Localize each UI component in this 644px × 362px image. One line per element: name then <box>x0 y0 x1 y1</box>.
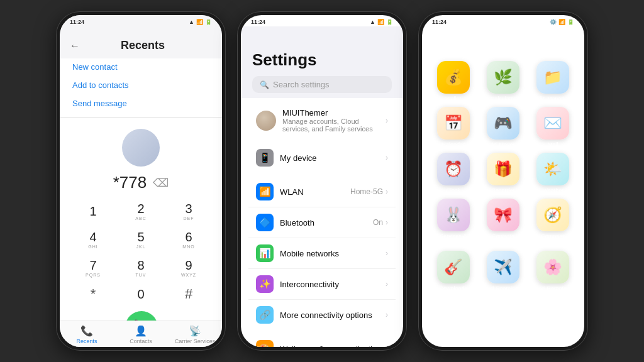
status-bar-2: 11:24 ▲ 📶 🔋 <box>241 15 403 26</box>
app-label-6: Clock <box>446 187 460 194</box>
dialer-key-1[interactable]: 1 <box>70 197 116 224</box>
phone-system-apps: 11:24 ⚙️ 📶 🔋 System apps 💰Wallet🌿Calcula… <box>418 11 588 351</box>
contact-avatar-area <box>60 123 222 170</box>
app-item-compass[interactable]: 🧭Compass <box>531 199 575 246</box>
app-icon-5: ✉️ <box>536 107 569 140</box>
mc-chevron: › <box>386 310 388 319</box>
app-item-contacts[interactable]: 🎀Contacts <box>480 199 525 246</box>
wallpaper-row[interactable]: 🎨 Wallpaper & personalization › <box>248 334 396 347</box>
dialer-key-4[interactable]: 4GHI <box>70 226 116 253</box>
app-icon-1: 🌿 <box>487 61 519 94</box>
profile-avatar <box>256 111 276 131</box>
app-label-11: Compass <box>541 233 565 239</box>
back-button[interactable]: ← <box>70 40 80 52</box>
app-item-services-&-feedback[interactable]: 🐰Services & feedback <box>431 199 475 246</box>
app-icon-12: 🎸 <box>437 251 470 283</box>
more-connectivity-icon: 🔗 <box>256 306 274 324</box>
add-to-contacts-action[interactable]: Add to contacts <box>72 77 209 94</box>
app-icon-4: 🎮 <box>487 107 519 140</box>
interconnectivity-icon: ✨ <box>256 275 274 293</box>
profile-text: MIUIThemer Manage accounts, Cloud servic… <box>282 108 386 133</box>
app-item-calculator[interactable]: 🌿Calculator <box>480 61 525 102</box>
dialer-key-3[interactable]: 3DEF <box>165 197 212 224</box>
status-icons-1: ▲ 📶 🔋 <box>189 19 212 25</box>
more-connectivity-row[interactable]: 🔗 More connectivity options › <box>248 300 396 330</box>
app-icon-8: 🌤️ <box>536 153 569 185</box>
app-item-file-manager[interactable]: 📁File Manager <box>531 61 575 102</box>
dialer-key-hash[interactable]: # <box>165 282 212 306</box>
app-icon-11: 🧭 <box>536 199 569 231</box>
app-item-calendar[interactable]: 📅Calendar <box>431 107 475 148</box>
bottom-navbar: 📞 Recents 👤 Contacts 📡 Carrier Services <box>60 321 222 347</box>
app-item-mi-roaming[interactable]: ✈️Mi Roaming <box>480 251 525 292</box>
app-item-downloads[interactable]: 🎸Downloads <box>431 251 475 292</box>
recents-title: Recents <box>121 39 177 52</box>
app-icon-0: 💰 <box>437 61 470 94</box>
chevron-icon: › <box>386 153 388 162</box>
profile-sub: Manage accounts, Cloud services, and Fam… <box>282 118 386 133</box>
navbar-recents[interactable]: 📞 Recents <box>60 321 114 347</box>
app-label-1: Calculator <box>491 96 516 102</box>
app-label-14: Mi Remote <box>540 285 567 292</box>
app-label-8: Weather <box>542 187 564 194</box>
my-device-row[interactable]: 📱 My device › <box>248 143 396 173</box>
connectivity-section: 📶 WLAN Home-5G › 🔷 Bluetooth On <box>248 177 396 330</box>
navbar-carrier[interactable]: 📡 Carrier Services <box>168 321 222 347</box>
status-icons-3: ⚙️ 📶 🔋 <box>550 19 574 25</box>
app-icon-6: ⏰ <box>437 153 470 185</box>
dialer-key-7[interactable]: 7PQRS <box>70 254 116 281</box>
send-message-action[interactable]: Send message <box>72 95 209 112</box>
phone-recents: 11:24 ▲ 📶 🔋 ← Recents New contact Add to… <box>56 11 226 351</box>
app-label-13: Mi Roaming <box>488 285 518 292</box>
profile-name: MIUIThemer <box>282 108 386 118</box>
time-2: 11:24 <box>251 19 265 25</box>
navbar-contacts[interactable]: 👤 Contacts <box>114 321 168 347</box>
mobile-networks-row[interactable]: 📊 Mobile networks › <box>248 238 396 269</box>
profile-row[interactable]: MIUIThemer Manage accounts, Cloud servic… <box>248 102 396 139</box>
wlan-chevron: › <box>386 187 388 196</box>
search-bar[interactable]: 🔍 Search settings <box>252 76 392 93</box>
carrier-icon: 📡 <box>189 325 201 337</box>
app-label-12: Downloads <box>439 285 467 292</box>
app-label-5: Mail <box>548 141 558 148</box>
app-item-recorder[interactable]: 🎁Recorder <box>480 153 525 194</box>
app-icon-3: 📅 <box>437 107 470 140</box>
interconnectivity-row[interactable]: ✨ Interconnectivity › <box>248 269 396 300</box>
app-item-mail[interactable]: ✉️Mail <box>531 107 575 148</box>
wp-chevron: › <box>386 344 388 347</box>
new-contact-action[interactable]: New contact <box>72 58 209 75</box>
app-item-wallet[interactable]: 💰Wallet <box>431 61 475 102</box>
backspace-button[interactable]: ⌫ <box>153 176 169 190</box>
dialer-key-8[interactable]: 8TUV <box>118 254 164 281</box>
settings-title: Settings <box>252 50 392 70</box>
app-item-mi-remote[interactable]: 🌸Mi Remote <box>531 251 575 292</box>
mobile-networks-icon: 📊 <box>256 244 274 262</box>
dialer-key-star[interactable]: * <box>70 282 116 306</box>
dialer-key-2[interactable]: 2ABC <box>118 197 164 224</box>
wlan-row[interactable]: 📶 WLAN Home-5G › <box>248 177 396 207</box>
recents-actions: New contact Add to contacts Send message <box>60 58 222 112</box>
app-item-clock[interactable]: ⏰Clock <box>431 153 475 194</box>
time-1: 11:24 <box>70 19 84 25</box>
device-text: My device <box>280 153 386 163</box>
app-label-10: Contacts <box>492 233 514 239</box>
dialer-key-5[interactable]: 5JKL <box>118 226 164 253</box>
app-icon-10: 🎀 <box>487 199 519 231</box>
bluetooth-row[interactable]: 🔷 Bluetooth On › <box>248 207 396 238</box>
app-label-7: Recorder <box>491 187 514 194</box>
dialer-key-0[interactable]: 0 <box>118 282 164 306</box>
time-3: 11:24 <box>432 19 447 25</box>
app-item-mi-mover[interactable]: 🎮Mi Mover <box>480 107 525 148</box>
profile-section: MIUIThemer Manage accounts, Cloud servic… <box>248 102 396 139</box>
dialer-key-6[interactable]: 6MNO <box>165 226 212 253</box>
dialer-key-9[interactable]: 9WXYZ <box>165 254 212 281</box>
wlan-icon: 📶 <box>256 183 274 200</box>
search-icon: 🔍 <box>260 80 269 89</box>
app-item-weather[interactable]: 🌤️Weather <box>531 153 575 194</box>
wallpaper-icon: 🎨 <box>256 340 274 347</box>
status-bar-1: 11:24 ▲ 📶 🔋 <box>60 15 222 26</box>
bluetooth-icon: 🔷 <box>256 214 274 231</box>
app-label-0: Wallet <box>445 96 461 102</box>
status-bar-3: 11:24 ⚙️ 📶 🔋 <box>422 15 584 26</box>
search-placeholder: Search settings <box>273 80 330 89</box>
